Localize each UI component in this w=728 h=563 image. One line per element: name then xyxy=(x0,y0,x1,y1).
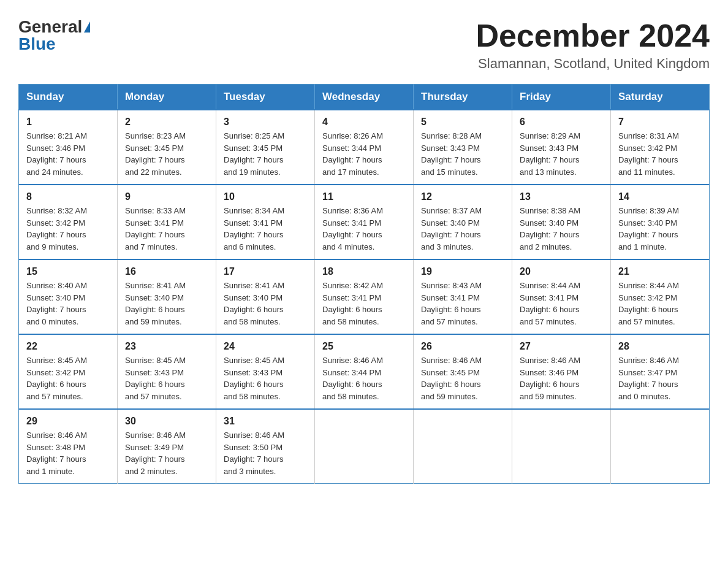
day-info: Sunrise: 8:39 AMSunset: 3:40 PMDaylight:… xyxy=(618,205,702,253)
calendar-cell: 1 Sunrise: 8:21 AMSunset: 3:46 PMDayligh… xyxy=(19,110,118,185)
day-info: Sunrise: 8:25 AMSunset: 3:45 PMDaylight:… xyxy=(224,130,307,178)
day-info: Sunrise: 8:21 AMSunset: 3:46 PMDaylight:… xyxy=(26,130,110,178)
day-number: 7 xyxy=(618,117,702,128)
day-info: Sunrise: 8:46 AMSunset: 3:47 PMDaylight:… xyxy=(618,354,702,402)
calendar-cell: 3 Sunrise: 8:25 AMSunset: 3:45 PMDayligh… xyxy=(216,110,315,185)
day-number: 24 xyxy=(224,341,307,352)
day-info: Sunrise: 8:40 AMSunset: 3:40 PMDaylight:… xyxy=(26,280,110,327)
calendar-cell: 6 Sunrise: 8:29 AMSunset: 3:43 PMDayligh… xyxy=(512,110,611,185)
calendar-cell xyxy=(315,409,414,484)
day-info: Sunrise: 8:23 AMSunset: 3:45 PMDaylight:… xyxy=(125,130,208,178)
calendar-cell: 27 Sunrise: 8:46 AMSunset: 3:46 PMDaylig… xyxy=(512,334,611,409)
day-number: 28 xyxy=(618,341,702,352)
day-info: Sunrise: 8:34 AMSunset: 3:41 PMDaylight:… xyxy=(224,205,307,253)
day-info: Sunrise: 8:46 AMSunset: 3:45 PMDaylight:… xyxy=(421,354,504,402)
calendar-cell: 21 Sunrise: 8:44 AMSunset: 3:42 PMDaylig… xyxy=(611,259,710,334)
day-number: 4 xyxy=(322,117,406,128)
calendar-week-row: 22 Sunrise: 8:45 AMSunset: 3:42 PMDaylig… xyxy=(19,334,710,409)
day-info: Sunrise: 8:46 AMSunset: 3:46 PMDaylight:… xyxy=(520,354,603,402)
day-info: Sunrise: 8:29 AMSunset: 3:43 PMDaylight:… xyxy=(520,130,603,178)
day-number: 15 xyxy=(26,266,110,277)
day-info: Sunrise: 8:28 AMSunset: 3:43 PMDaylight:… xyxy=(421,130,504,178)
calendar-cell: 4 Sunrise: 8:26 AMSunset: 3:44 PMDayligh… xyxy=(315,110,414,185)
weekday-header-row: SundayMondayTuesdayWednesdayThursdayFrid… xyxy=(19,85,710,110)
day-info: Sunrise: 8:41 AMSunset: 3:40 PMDaylight:… xyxy=(224,280,307,327)
day-info: Sunrise: 8:45 AMSunset: 3:43 PMDaylight:… xyxy=(125,354,208,402)
day-number: 12 xyxy=(421,191,504,202)
day-info: Sunrise: 8:45 AMSunset: 3:43 PMDaylight:… xyxy=(224,354,307,402)
calendar-cell: 13 Sunrise: 8:38 AMSunset: 3:40 PMDaylig… xyxy=(512,185,611,259)
calendar-cell: 19 Sunrise: 8:43 AMSunset: 3:41 PMDaylig… xyxy=(414,259,512,334)
title-block: December 2024 Slamannan, Scotland, Unite… xyxy=(476,18,710,72)
calendar-cell: 9 Sunrise: 8:33 AMSunset: 3:41 PMDayligh… xyxy=(118,185,216,259)
day-info: Sunrise: 8:31 AMSunset: 3:42 PMDaylight:… xyxy=(618,130,702,178)
weekday-header-saturday: Saturday xyxy=(611,85,710,110)
calendar-cell: 2 Sunrise: 8:23 AMSunset: 3:45 PMDayligh… xyxy=(118,110,216,185)
calendar-cell: 24 Sunrise: 8:45 AMSunset: 3:43 PMDaylig… xyxy=(216,334,315,409)
day-info: Sunrise: 8:43 AMSunset: 3:41 PMDaylight:… xyxy=(421,280,504,327)
calendar-table: SundayMondayTuesdayWednesdayThursdayFrid… xyxy=(18,84,710,484)
day-number: 17 xyxy=(224,266,307,277)
location-text: Slamannan, Scotland, United Kingdom xyxy=(476,56,710,72)
day-number: 31 xyxy=(224,416,307,427)
calendar-cell: 28 Sunrise: 8:46 AMSunset: 3:47 PMDaylig… xyxy=(611,334,710,409)
calendar-cell: 17 Sunrise: 8:41 AMSunset: 3:40 PMDaylig… xyxy=(216,259,315,334)
calendar-cell: 20 Sunrise: 8:44 AMSunset: 3:41 PMDaylig… xyxy=(512,259,611,334)
calendar-cell: 23 Sunrise: 8:45 AMSunset: 3:43 PMDaylig… xyxy=(118,334,216,409)
day-info: Sunrise: 8:44 AMSunset: 3:41 PMDaylight:… xyxy=(520,280,603,327)
calendar-cell xyxy=(512,409,611,484)
day-number: 25 xyxy=(322,341,406,352)
day-number: 1 xyxy=(26,117,110,128)
day-number: 10 xyxy=(224,191,307,202)
weekday-header-tuesday: Tuesday xyxy=(216,85,315,110)
day-number: 2 xyxy=(125,117,208,128)
day-info: Sunrise: 8:38 AMSunset: 3:40 PMDaylight:… xyxy=(520,205,603,253)
day-info: Sunrise: 8:46 AMSunset: 3:48 PMDaylight:… xyxy=(26,429,110,477)
day-number: 14 xyxy=(618,191,702,202)
day-number: 8 xyxy=(26,191,110,202)
day-number: 30 xyxy=(125,416,208,427)
day-info: Sunrise: 8:46 AMSunset: 3:50 PMDaylight:… xyxy=(224,429,307,477)
calendar-cell: 14 Sunrise: 8:39 AMSunset: 3:40 PMDaylig… xyxy=(611,185,710,259)
calendar-cell: 7 Sunrise: 8:31 AMSunset: 3:42 PMDayligh… xyxy=(611,110,710,185)
calendar-cell: 29 Sunrise: 8:46 AMSunset: 3:48 PMDaylig… xyxy=(19,409,118,484)
day-info: Sunrise: 8:44 AMSunset: 3:42 PMDaylight:… xyxy=(618,280,702,327)
calendar-cell: 25 Sunrise: 8:46 AMSunset: 3:44 PMDaylig… xyxy=(315,334,414,409)
day-number: 11 xyxy=(322,191,406,202)
calendar-cell xyxy=(611,409,710,484)
day-number: 18 xyxy=(322,266,406,277)
day-number: 13 xyxy=(520,191,603,202)
calendar-cell: 15 Sunrise: 8:40 AMSunset: 3:40 PMDaylig… xyxy=(19,259,118,334)
day-number: 6 xyxy=(520,117,603,128)
calendar-cell: 31 Sunrise: 8:46 AMSunset: 3:50 PMDaylig… xyxy=(216,409,315,484)
month-title: December 2024 xyxy=(476,18,710,53)
logo-general-row: General xyxy=(18,18,90,36)
weekday-header-monday: Monday xyxy=(118,85,216,110)
calendar-cell: 30 Sunrise: 8:46 AMSunset: 3:49 PMDaylig… xyxy=(118,409,216,484)
day-number: 27 xyxy=(520,341,603,352)
day-number: 16 xyxy=(125,266,208,277)
calendar-cell: 18 Sunrise: 8:42 AMSunset: 3:41 PMDaylig… xyxy=(315,259,414,334)
day-number: 23 xyxy=(125,341,208,352)
calendar-cell: 11 Sunrise: 8:36 AMSunset: 3:41 PMDaylig… xyxy=(315,185,414,259)
day-info: Sunrise: 8:37 AMSunset: 3:40 PMDaylight:… xyxy=(421,205,504,253)
calendar-cell: 12 Sunrise: 8:37 AMSunset: 3:40 PMDaylig… xyxy=(414,185,512,259)
calendar-cell: 22 Sunrise: 8:45 AMSunset: 3:42 PMDaylig… xyxy=(19,334,118,409)
calendar-cell: 8 Sunrise: 8:32 AMSunset: 3:42 PMDayligh… xyxy=(19,185,118,259)
logo-general-text: General xyxy=(18,18,82,36)
day-number: 26 xyxy=(421,341,504,352)
logo-triangle-icon xyxy=(84,21,90,33)
day-info: Sunrise: 8:33 AMSunset: 3:41 PMDaylight:… xyxy=(125,205,208,253)
calendar-week-row: 15 Sunrise: 8:40 AMSunset: 3:40 PMDaylig… xyxy=(19,259,710,334)
calendar-cell xyxy=(414,409,512,484)
calendar-cell: 26 Sunrise: 8:46 AMSunset: 3:45 PMDaylig… xyxy=(414,334,512,409)
calendar-cell: 10 Sunrise: 8:34 AMSunset: 3:41 PMDaylig… xyxy=(216,185,315,259)
day-info: Sunrise: 8:45 AMSunset: 3:42 PMDaylight:… xyxy=(26,354,110,402)
day-number: 3 xyxy=(224,117,307,128)
day-number: 29 xyxy=(26,416,110,427)
weekday-header-wednesday: Wednesday xyxy=(315,85,414,110)
calendar-cell: 16 Sunrise: 8:41 AMSunset: 3:40 PMDaylig… xyxy=(118,259,216,334)
day-info: Sunrise: 8:36 AMSunset: 3:41 PMDaylight:… xyxy=(322,205,406,253)
weekday-header-sunday: Sunday xyxy=(19,85,118,110)
day-number: 5 xyxy=(421,117,504,128)
